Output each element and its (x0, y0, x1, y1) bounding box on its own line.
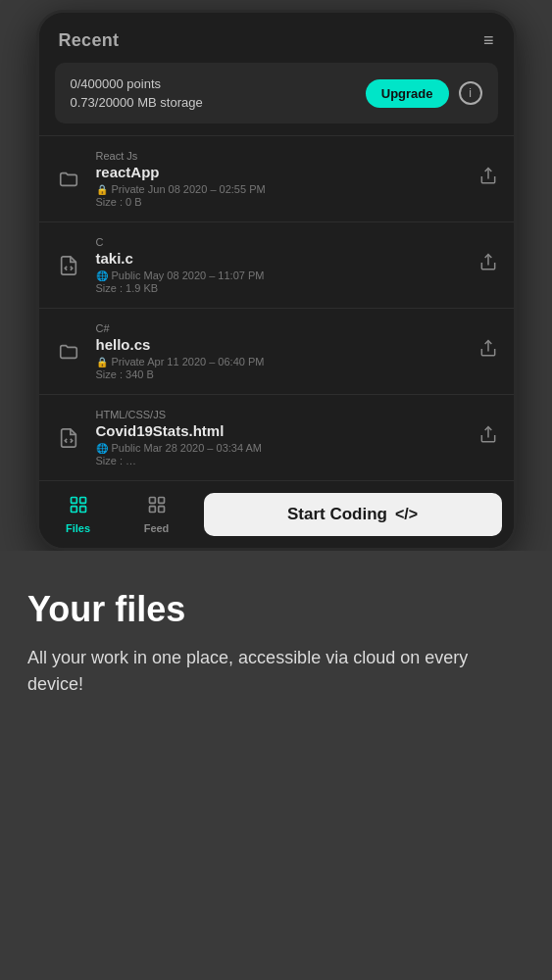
file-name: Covid19Stats.html (96, 422, 465, 439)
file-details: HTML/CSS/JS Covid19Stats.html 🌐 Public M… (96, 409, 465, 466)
svg-rect-11 (158, 507, 164, 513)
svg-rect-10 (149, 507, 155, 513)
file-visibility: Private Jun 08 2020 – 02:55 PM (112, 183, 266, 195)
svg-rect-4 (71, 498, 76, 504)
file-name: hello.cs (96, 336, 465, 353)
share-icon[interactable] (478, 253, 498, 277)
file-size: Size : 340 B (96, 368, 465, 380)
files-tab-icon (69, 495, 88, 519)
file-meta: 🌐 Public Mar 28 2020 – 03:34 AM (96, 442, 465, 454)
file-visibility: Public May 08 2020 – 11:07 PM (112, 270, 265, 281)
lock-icon: 🔒 (96, 357, 108, 368)
file-name: taki.c (96, 250, 465, 267)
file-list: React Js reactApp 🔒 Private Jun 08 2020 … (39, 135, 514, 480)
storage-mb: 0.73/20000 MB storage (71, 95, 203, 110)
feed-tab-label: Feed (144, 522, 170, 534)
file-visibility: Public Mar 28 2020 – 03:34 AM (112, 442, 262, 454)
file-details: C taki.c 🌐 Public May 08 2020 – 11:07 PM… (96, 236, 465, 294)
file-name: reactApp (96, 164, 465, 180)
tab-files[interactable]: Files (39, 489, 118, 540)
file-size: Size : 0 B (96, 196, 465, 208)
file-size: Size : … (96, 455, 465, 466)
tab-feed[interactable]: Feed (118, 489, 196, 540)
file-meta: 🔒 Private Apr 11 2020 – 06:40 PM (96, 356, 465, 368)
list-item[interactable]: C# hello.cs 🔒 Private Apr 11 2020 – 06:4… (39, 308, 514, 394)
phone-wrapper: Recent ≡ 0/400000 points 0.73/20000 MB s… (36, 0, 517, 551)
list-item[interactable]: HTML/CSS/JS Covid19Stats.html 🌐 Public M… (39, 394, 514, 480)
code-brackets-icon: </> (395, 506, 418, 523)
file-code-icon (55, 427, 82, 449)
file-lang: React Js (96, 150, 465, 162)
storage-info: 0/400000 points 0.73/20000 MB storage (71, 76, 203, 110)
file-meta: 🌐 Public May 08 2020 – 11:07 PM (96, 270, 465, 281)
list-item[interactable]: React Js reactApp 🔒 Private Jun 08 2020 … (39, 135, 514, 221)
svg-rect-6 (71, 507, 76, 513)
files-tab-label: Files (66, 522, 90, 534)
share-icon[interactable] (478, 167, 498, 191)
bottom-bar: Files Feed Start Coding </> (39, 480, 514, 548)
share-icon[interactable] (478, 339, 498, 364)
folder-icon (55, 341, 82, 363)
start-coding-label: Start Coding (287, 505, 387, 524)
phone-screen: Recent ≡ 0/400000 points 0.73/20000 MB s… (36, 10, 517, 551)
file-lang: HTML/CSS/JS (96, 409, 465, 420)
file-size: Size : 1.9 KB (96, 282, 465, 294)
promo-title: Your files (27, 590, 525, 629)
feed-tab-icon (147, 495, 167, 519)
file-visibility: Private Apr 11 2020 – 06:40 PM (112, 356, 265, 368)
svg-rect-8 (149, 498, 155, 504)
share-icon[interactable] (478, 425, 498, 450)
page-title: Recent (59, 30, 120, 51)
promo-section: Your files All your work in one place, a… (0, 551, 552, 728)
storage-card: 0/400000 points 0.73/20000 MB storage Up… (55, 63, 498, 123)
header: Recent ≡ (39, 13, 514, 63)
storage-actions: Upgrade i (366, 79, 482, 108)
svg-rect-5 (79, 498, 85, 504)
lock-icon: 🔒 (96, 184, 108, 195)
svg-rect-7 (79, 507, 85, 513)
promo-description: All your work in one place, accessible v… (27, 645, 525, 700)
start-coding-button[interactable]: Start Coding </> (204, 493, 502, 536)
svg-rect-9 (158, 498, 164, 504)
globe-icon: 🌐 (96, 270, 108, 281)
file-details: React Js reactApp 🔒 Private Jun 08 2020 … (96, 150, 465, 208)
upgrade-button[interactable]: Upgrade (366, 79, 449, 108)
globe-icon: 🌐 (96, 443, 108, 454)
file-meta: 🔒 Private Jun 08 2020 – 02:55 PM (96, 183, 465, 195)
storage-points: 0/400000 points (71, 76, 203, 91)
menu-icon[interactable]: ≡ (483, 30, 494, 51)
file-details: C# hello.cs 🔒 Private Apr 11 2020 – 06:4… (96, 322, 465, 380)
folder-icon (55, 169, 82, 190)
file-code-icon (55, 255, 82, 276)
file-lang: C (96, 236, 465, 248)
list-item[interactable]: C taki.c 🌐 Public May 08 2020 – 11:07 PM… (39, 221, 514, 308)
file-lang: C# (96, 322, 465, 334)
info-icon[interactable]: i (459, 81, 482, 105)
